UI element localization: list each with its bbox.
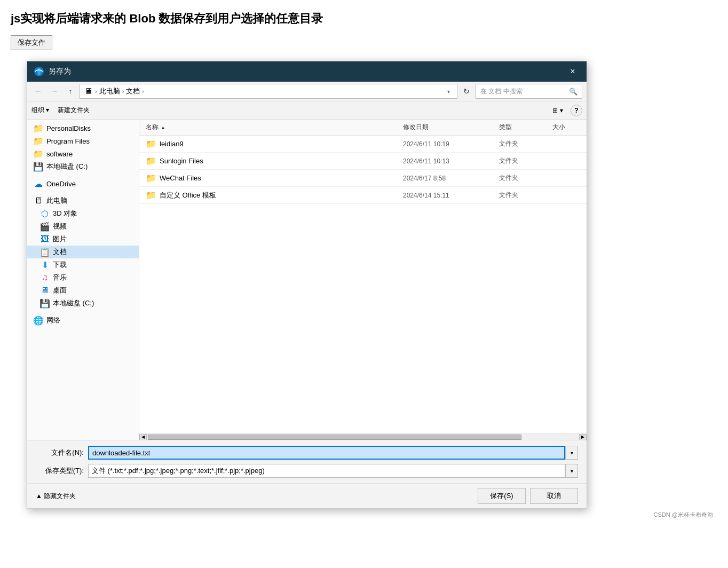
col-type[interactable]: 类型 [497,122,550,133]
folder-icon: 📁 [34,136,43,146]
filetype-label: 保存类型(T): [36,466,84,476]
nav-item-label: Program Files [46,137,90,145]
nav-item-local-disk[interactable]: 💾 本地磁盘 (C:) [27,160,139,173]
drive-icon: 💾 [34,162,43,171]
file-type: 文件夹 [497,138,550,149]
filetype-dropdown-button[interactable]: ▾ [565,464,578,478]
dialog-save-button[interactable]: 保存(S) [478,488,526,504]
file-size [550,143,582,145]
scroll-thumb[interactable] [148,435,521,440]
scroll-right-button[interactable]: ▶ [579,434,587,440]
network-icon: 🌐 [34,315,43,325]
video-icon: 🎬 [40,222,50,231]
file-name-label: 自定义 Office 模板 [160,191,216,200]
nav-item-pictures[interactable]: 🖼 图片 [27,233,139,246]
file-name-label: leidian9 [160,140,184,148]
filetype-row: 保存类型(T): ▾ [36,464,578,478]
table-row[interactable]: 📁 自定义 Office 模板 2024/6/14 15:11 文件夹 [139,187,587,204]
nav-item-desktop[interactable]: 🖥 桌面 [27,284,139,297]
col-date-label: 修改日期 [403,123,429,132]
path-part-1: 此电脑 [99,86,120,96]
col-size[interactable]: 大小 [550,122,582,133]
file-list-header: 名称 ▲ 修改日期 类型 大小 [139,120,587,136]
sort-icon: ▲ [161,125,165,130]
nav-item-this-pc[interactable]: 🖥 此电脑 [27,194,139,207]
help-button[interactable]: ? [571,105,582,116]
refresh-button[interactable]: ↻ [460,84,473,99]
horizontal-scrollbar[interactable]: ◀ ▶ [139,433,587,440]
back-button[interactable]: ← [31,84,45,98]
dialog-title: 另存为 [49,67,565,76]
nav-item-ProgramFiles[interactable]: 📁 Program Files [27,135,139,147]
col-name[interactable]: 名称 ▲ [144,122,401,133]
nav-item-local-disk-2[interactable]: 💾 本地磁盘 (C:) [27,297,139,310]
nav-item-label: 桌面 [53,286,67,295]
col-type-label: 类型 [499,123,512,132]
nav-item-PersonalDisks[interactable]: 📁 PersonalDisks [27,122,139,135]
search-icon: 🔍 [569,88,577,96]
nav-item-onedrive[interactable]: ☁ OneDrive [27,177,139,190]
left-panel: 📁 PersonalDisks 📁 Program Files 📁 softwa… [27,120,139,440]
nav-item-3d-objects[interactable]: ⬡ 3D 对象 [27,207,139,220]
nav-item-software[interactable]: 📁 software [27,147,139,160]
view-toggle-button[interactable]: ⊞ ▾ [551,105,564,116]
search-bar[interactable]: 在 文档 中搜索 🔍 [476,84,582,99]
filename-dropdown-button[interactable]: ▾ [565,446,578,460]
new-folder-button[interactable]: 新建文件夹 [56,105,92,116]
nav-item-music[interactable]: ♫ 音乐 [27,271,139,284]
folder-icon: 📁 [146,139,156,149]
hide-folders-button[interactable]: ▲ 隐藏文件夹 [36,492,76,501]
up-button[interactable]: ↑ [64,84,77,98]
nav-item-videos[interactable]: 🎬 视频 [27,220,139,233]
forward-button[interactable]: → [48,84,61,98]
save-file-button[interactable]: 保存文件 [11,35,52,50]
file-size [550,177,582,179]
filename-input[interactable] [88,446,565,460]
music-icon: ♫ [40,273,50,282]
path-dropdown-button[interactable]: ▾ [444,87,453,96]
nav-item-label: PersonalDisks [46,124,91,132]
nav-item-downloads[interactable]: ⬇ 下载 [27,258,139,271]
3d-icon: ⬡ [40,209,50,218]
file-type: 文件夹 [497,172,550,184]
nav-item-documents[interactable]: 📋 文档 [27,246,139,258]
scroll-left-button[interactable]: ◀ [139,434,147,440]
file-list: 名称 ▲ 修改日期 类型 大小 [139,120,587,433]
path-icon: 🖥 [84,86,93,96]
watermark: CSDN @米杯卡布奇泡 [11,509,717,521]
dialog-cancel-button[interactable]: 取消 [530,488,578,504]
save-dialog: 另存为 × ← → ↑ 🖥 › 此电脑 › 文档 › ▾ ↻ 在 文档 中搜索 … [27,61,587,509]
filetype-input[interactable] [88,464,565,478]
dialog-bottom-form: 文件名(N): ▾ 保存类型(T): ▾ [27,440,587,483]
file-date: 2024/6/17 8:58 [401,173,497,183]
file-size [550,160,582,162]
nav-item-label: 音乐 [53,273,67,282]
table-row[interactable]: 📁 WeChat Files 2024/6/17 8:58 文件夹 [139,170,587,187]
computer-icon: 🖥 [34,196,43,206]
main-panel: 名称 ▲ 修改日期 类型 大小 [139,120,587,440]
nav-item-label: 此电脑 [46,196,67,206]
organize-button[interactable]: 组织 ▾ [31,106,49,115]
table-row[interactable]: 📁 Sunlogin Files 2024/6/11 10:13 文件夹 [139,153,587,170]
document-icon: 📋 [40,247,50,257]
folder-icon: 📁 [146,190,156,200]
file-type: 文件夹 [497,190,550,201]
page-title: js实现将后端请求来的 Blob 数据保存到用户选择的任意目录 [11,11,717,27]
picture-icon: 🖼 [40,234,50,244]
nav-item-label: 文档 [53,247,67,257]
nav-tree: 📁 PersonalDisks 📁 Program Files 📁 softwa… [27,120,139,329]
col-date[interactable]: 修改日期 [401,122,497,133]
path-part-2: 文档 [126,86,140,96]
browser-icon [34,66,44,77]
table-row[interactable]: 📁 leidian9 2024/6/11 10:19 文件夹 [139,136,587,153]
file-name-label: WeChat Files [160,174,201,182]
filename-row: 文件名(N): ▾ [36,446,578,460]
folder-icon: 📁 [34,123,43,133]
nav-item-network[interactable]: 🌐 网络 [27,314,139,327]
dialog-close-button[interactable]: × [565,65,580,78]
dialog-content: 📁 PersonalDisks 📁 Program Files 📁 softwa… [27,120,587,440]
dialog-titlebar: 另存为 × [27,61,587,82]
nav-item-label: 本地磁盘 (C:) [53,298,94,308]
dialog-footer: ▲ 隐藏文件夹 保存(S) 取消 [27,483,587,508]
folder-icon: 📁 [34,149,43,159]
